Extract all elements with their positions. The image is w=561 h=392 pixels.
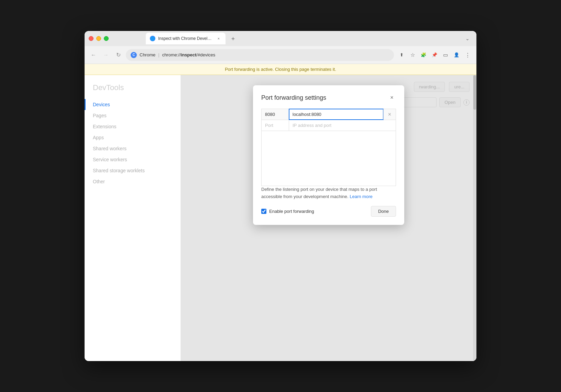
address-url: chrome://inspect/#devices — [162, 52, 216, 57]
sidebar-item-label: Other — [93, 179, 105, 184]
learn-more-text: Learn more — [350, 194, 372, 199]
sidebar-title: DevTools — [85, 83, 180, 99]
modal-overlay: Port forwarding settings × 8080 — [181, 75, 476, 361]
learn-more-link[interactable]: Learn more — [350, 194, 372, 199]
sidebar-item-shared-workers[interactable]: Shared workers — [85, 143, 180, 154]
pin-icon: 📌 — [432, 52, 437, 57]
port-value: 8080 — [265, 112, 275, 117]
sidebar-item-devices[interactable]: Devices — [85, 99, 180, 110]
close-traffic-light[interactable] — [89, 36, 94, 41]
toolbar: ← → ↻ C Chrome | chrome://inspect/#devic… — [85, 46, 476, 64]
checkbox-label-text: Enable port forwarding — [269, 209, 314, 214]
tab-bar-chevron[interactable]: ⌄ — [465, 36, 472, 41]
address-bar[interactable]: C Chrome | chrome://inspect/#devices — [126, 49, 394, 61]
menu-button[interactable]: ⋮ — [463, 50, 472, 60]
tab-title: Inspect with Chrome Develope — [158, 36, 213, 41]
modal-close-button[interactable]: × — [388, 94, 396, 102]
extensions-icon: 🧩 — [421, 52, 426, 57]
port-placeholder-row: Port IP address and port — [262, 120, 396, 131]
delete-icon: × — [388, 111, 391, 118]
port-value-cell: 8080 — [262, 109, 289, 120]
address-separator: | — [158, 52, 159, 57]
pin-button[interactable]: 📌 — [430, 50, 439, 60]
done-button[interactable]: Done — [371, 206, 396, 217]
page-content: DevTools Devices Pages Extensions Apps S… — [85, 75, 476, 361]
sidebar-item-label: Devices — [93, 102, 110, 107]
maximize-traffic-light[interactable] — [104, 36, 109, 41]
address-favicon: C — [131, 52, 137, 58]
modal-title: Port forwarding settings — [261, 94, 326, 101]
tab-bar: 🌐 Inspect with Chrome Develope × + — [118, 33, 463, 44]
forward-icon: → — [103, 52, 109, 58]
enable-port-forwarding-checkbox[interactable] — [261, 209, 266, 214]
bookmark-icon: ☆ — [410, 52, 415, 58]
sidebar-item-label: Service workers — [93, 157, 127, 162]
minimize-traffic-light[interactable] — [96, 36, 101, 41]
modal-description: Define the listening port on your device… — [261, 186, 396, 200]
extensions-button[interactable]: 🧩 — [419, 50, 428, 60]
port-forwarding-modal: Port forwarding settings × 8080 — [253, 85, 404, 225]
port-data-row: 8080 × — [262, 109, 396, 120]
sidebar-item-shared-storage[interactable]: Shared storage worklets — [85, 165, 180, 176]
sidebar-nav: Devices Pages Extensions Apps Shared wor… — [85, 99, 180, 187]
sidebar-item-extensions[interactable]: Extensions — [85, 121, 180, 132]
ip-address-input[interactable] — [289, 109, 383, 120]
done-label: Done — [378, 209, 389, 214]
modal-header: Port forwarding settings × — [261, 94, 396, 102]
profile-icon: 👤 — [454, 52, 459, 57]
modal-empty-area — [261, 131, 396, 186]
main-area: rwarding... ure... irl Open ℹ — [181, 75, 476, 361]
share-button[interactable]: ⬆ — [397, 50, 406, 60]
title-bar: 🌐 Inspect with Chrome Develope × + ⌄ — [85, 31, 476, 46]
sidebar-item-pages[interactable]: Pages — [85, 110, 180, 121]
share-icon: ⬆ — [400, 52, 404, 57]
refresh-icon: ↻ — [116, 52, 121, 58]
sidebar-item-label: Pages — [93, 113, 107, 118]
notification-banner: Port forwarding is active. Closing this … — [85, 64, 476, 75]
delete-row-button[interactable]: × — [383, 109, 396, 120]
sidebar-item-apps[interactable]: Apps — [85, 132, 180, 143]
sidebar-item-label: Extensions — [93, 124, 116, 129]
forward-button[interactable]: → — [101, 50, 111, 60]
sidebar-icon: ▭ — [443, 52, 448, 58]
traffic-lights — [89, 36, 109, 41]
ip-placeholder-cell: IP address and port — [289, 120, 396, 131]
ip-placeholder: IP address and port — [293, 123, 331, 128]
ip-value-cell — [289, 109, 383, 120]
port-placeholder-cell: Port — [262, 120, 289, 131]
sidebar: DevTools Devices Pages Extensions Apps S… — [85, 75, 181, 361]
toolbar-actions: ⬆ ☆ 🧩 📌 ▭ 👤 ⋮ — [397, 50, 472, 60]
active-tab[interactable]: 🌐 Inspect with Chrome Develope × — [146, 33, 226, 44]
menu-icon: ⋮ — [465, 52, 470, 58]
tab-favicon: 🌐 — [150, 36, 155, 41]
notification-text: Port forwarding is active. Closing this … — [225, 67, 336, 72]
profile-button[interactable]: 👤 — [452, 50, 461, 60]
sidebar-item-label: Shared storage worklets — [93, 168, 145, 173]
port-placeholder: Port — [265, 123, 273, 128]
sidebar-button[interactable]: ▭ — [441, 50, 450, 60]
close-icon: × — [390, 95, 393, 101]
tab-close-button[interactable]: × — [216, 36, 221, 41]
refresh-button[interactable]: ↻ — [113, 50, 123, 60]
sidebar-item-service-workers[interactable]: Service workers — [85, 154, 180, 165]
enable-port-forwarding-label[interactable]: Enable port forwarding — [261, 209, 314, 214]
back-button[interactable]: ← — [89, 50, 98, 60]
modal-footer: Enable port forwarding Done — [261, 206, 396, 217]
chrome-label: Chrome — [140, 52, 155, 57]
browser-window: 🌐 Inspect with Chrome Develope × + ⌄ ← →… — [85, 31, 476, 361]
sidebar-item-label: Shared workers — [93, 146, 126, 151]
new-tab-button[interactable]: + — [228, 34, 238, 44]
bookmark-button[interactable]: ☆ — [408, 50, 417, 60]
sidebar-item-label: Apps — [93, 135, 104, 140]
back-icon: ← — [91, 52, 96, 58]
sidebar-item-other[interactable]: Other — [85, 176, 180, 187]
port-table-container: 8080 × Port — [261, 109, 396, 131]
